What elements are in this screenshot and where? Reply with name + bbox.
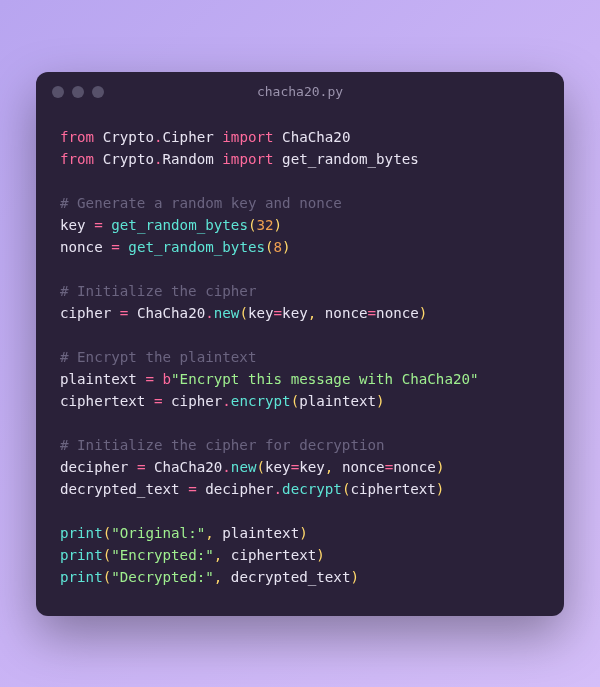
token-pn: , [308, 305, 325, 321]
token-pn: ( [103, 569, 112, 585]
token-kw: from [60, 151, 94, 167]
token-id: cipher [60, 305, 120, 321]
code-line [60, 500, 540, 522]
token-op: . [222, 459, 231, 475]
token-id: ChaCha20 [128, 305, 205, 321]
code-line [60, 324, 540, 346]
token-op: = [145, 371, 154, 387]
token-id: key [282, 305, 308, 321]
code-line [60, 258, 540, 280]
token-fn: decrypt [282, 481, 342, 497]
code-line: # Encrypt the plaintext [60, 346, 540, 368]
token-fn: print [60, 569, 103, 585]
token-id: decipher [197, 481, 274, 497]
token-id: nonce [376, 305, 419, 321]
token-id: get_random_bytes [274, 151, 419, 167]
token-kw: from [60, 129, 94, 145]
token-pn: , [205, 525, 222, 541]
token-op: . [222, 393, 231, 409]
token-id: key [299, 459, 325, 475]
token-pn: ( [103, 547, 112, 563]
token-id: ciphertext [231, 547, 316, 563]
token-op: . [154, 151, 163, 167]
code-content: from Crypto.Cipher import ChaCha20from C… [36, 112, 564, 616]
titlebar: chacha20.py [36, 72, 564, 112]
token-op: = [274, 305, 283, 321]
token-id: ciphertext [350, 481, 435, 497]
token-id: ChaCha20 [274, 129, 351, 145]
token-kw: import [222, 151, 273, 167]
code-line: ciphertext = cipher.encrypt(plaintext) [60, 390, 540, 412]
token-op: = [188, 481, 197, 497]
token-pn: ( [265, 239, 274, 255]
code-line [60, 412, 540, 434]
token-op: . [205, 305, 214, 321]
token-op: = [94, 217, 103, 233]
code-line: # Generate a random key and nonce [60, 192, 540, 214]
token-op: = [385, 459, 394, 475]
code-window: chacha20.py from Crypto.Cipher import Ch… [36, 72, 564, 616]
token-id: key [248, 305, 274, 321]
code-line: print("Encrypted:", ciphertext) [60, 544, 540, 566]
token-id: Crypto [94, 129, 154, 145]
token-op: = [111, 239, 120, 255]
token-pn: ) [282, 239, 291, 255]
token-cm: # Initialize the cipher [60, 283, 256, 299]
close-icon[interactable] [52, 86, 64, 98]
token-pn: ) [316, 547, 325, 563]
code-line: # Initialize the cipher [60, 280, 540, 302]
token-kw: import [222, 129, 273, 145]
token-op: . [154, 129, 163, 145]
token-num: 32 [256, 217, 273, 233]
token-pn: ( [239, 305, 248, 321]
code-line: key = get_random_bytes(32) [60, 214, 540, 236]
token-id: plaintext [222, 525, 299, 541]
token-pn: ) [376, 393, 385, 409]
code-line: print("Original:", plaintext) [60, 522, 540, 544]
code-line: # Initialize the cipher for decryption [60, 434, 540, 456]
traffic-lights [52, 86, 104, 98]
token-id: decipher [60, 459, 137, 475]
token-id: nonce [393, 459, 436, 475]
maximize-icon[interactable] [92, 86, 104, 98]
token-id [103, 217, 112, 233]
token-pn: ) [350, 569, 359, 585]
token-pn: ( [256, 459, 265, 475]
token-id: nonce [325, 305, 368, 321]
token-fn: new [231, 459, 257, 475]
token-fn: print [60, 525, 103, 541]
token-cm: # Generate a random key and nonce [60, 195, 342, 211]
token-fn: new [214, 305, 240, 321]
token-fn: get_random_bytes [111, 217, 248, 233]
token-pn: ) [419, 305, 428, 321]
token-num: 8 [274, 239, 283, 255]
token-pn: , [325, 459, 342, 475]
token-pn: , [214, 547, 231, 563]
token-str: "Decrypted:" [111, 569, 214, 585]
token-pn: ( [103, 525, 112, 541]
token-id: plaintext [299, 393, 376, 409]
token-id: decrypted_text [231, 569, 351, 585]
minimize-icon[interactable] [72, 86, 84, 98]
token-id [154, 371, 163, 387]
token-id: ChaCha20 [145, 459, 222, 475]
token-cm: # Encrypt the plaintext [60, 349, 256, 365]
code-line [60, 170, 540, 192]
code-line: plaintext = b"Encrypt this message with … [60, 368, 540, 390]
token-pn: , [214, 569, 231, 585]
code-line: cipher = ChaCha20.new(key=key, nonce=non… [60, 302, 540, 324]
code-line: from Crypto.Cipher import ChaCha20 [60, 126, 540, 148]
token-id: cipher [163, 393, 223, 409]
token-fn: get_random_bytes [128, 239, 265, 255]
token-op: = [291, 459, 300, 475]
window-title: chacha20.py [36, 84, 564, 99]
token-pn: ) [274, 217, 283, 233]
token-id: plaintext [60, 371, 145, 387]
code-line: from Crypto.Random import get_random_byt… [60, 148, 540, 170]
token-str: "Original:" [111, 525, 205, 541]
token-op: = [154, 393, 163, 409]
token-pn: ) [436, 481, 445, 497]
token-op: = [368, 305, 377, 321]
token-id: nonce [60, 239, 111, 255]
code-line: decrypted_text = decipher.decrypt(cipher… [60, 478, 540, 500]
